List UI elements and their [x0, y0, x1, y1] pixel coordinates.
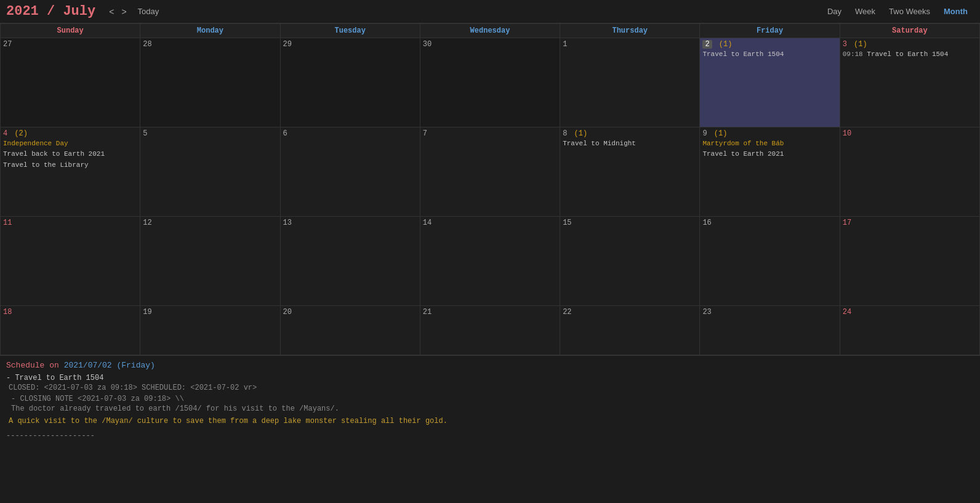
date-num-21: 21: [423, 308, 432, 316]
schedule-closing-note: - CLOSING NOTE <2021-07-03 za 09:18> \\: [11, 395, 974, 403]
header-title: 2021 / July: [6, 4, 95, 19]
header-month: July: [63, 4, 95, 19]
date-num-7: 7: [423, 129, 427, 138]
date-num-27: 27: [3, 40, 12, 49]
day-9[interactable]: 9 (1) Martyrdom of the Báb Travel to Ear…: [700, 127, 840, 217]
week-row-2: 4 (2) Independence Day Travel back to Ea…: [1, 127, 980, 217]
today-button[interactable]: Today: [133, 6, 164, 17]
date-num-9: 9: [702, 129, 707, 138]
date-num-23: 23: [702, 308, 711, 316]
schedule-panel: Schedule on 2021/07/02 (Friday) - Travel…: [0, 355, 980, 445]
header-friday: Friday: [700, 24, 840, 38]
day-14[interactable]: 14: [420, 217, 560, 306]
event-day4-2: Travel back to Earth 2021: [3, 150, 137, 159]
header-thursday: Thursday: [560, 24, 700, 38]
week-row-1: 27 28 29 30 1 2 (1) Travel to Earth 1504…: [1, 38, 980, 127]
view-day-button[interactable]: Day: [821, 5, 848, 18]
day-15[interactable]: 15: [560, 217, 700, 306]
view-options: Day Week Two Weeks Month: [821, 5, 974, 18]
date-num-2: 2: [702, 40, 712, 49]
day-27[interactable]: 27: [1, 38, 140, 127]
day-16[interactable]: 16: [700, 217, 840, 306]
view-week-button[interactable]: Week: [849, 5, 882, 18]
next-button[interactable]: >: [118, 6, 130, 18]
date-num-17: 17: [843, 219, 851, 227]
schedule-item-1: - Travel to Earth 1504 CLOSED: <2021-07-…: [6, 374, 974, 425]
header-year: 2021: [6, 4, 39, 19]
event-time-day3: 09:18: [843, 50, 867, 58]
event-day2-1: Travel to Earth 1504: [702, 50, 837, 59]
prev-button[interactable]: <: [105, 6, 118, 18]
date-count-9: (1): [714, 129, 728, 138]
date-num-11: 11: [3, 219, 12, 227]
header-slash: /: [39, 4, 63, 19]
schedule-divider: --------------------: [6, 432, 974, 440]
calendar-table: Sunday Monday Tuesday Wednesday Thursday…: [0, 23, 980, 355]
day-30[interactable]: 30: [420, 38, 560, 127]
date-num-19: 19: [143, 308, 151, 316]
day-21[interactable]: 21: [420, 306, 560, 355]
day-1[interactable]: 1: [560, 38, 700, 127]
date-num-18: 18: [3, 308, 12, 316]
day-22[interactable]: 22: [560, 306, 700, 355]
date-num-14: 14: [423, 219, 432, 227]
calendar-header: 2021 / July < > Today Day Week Two Weeks…: [0, 0, 980, 23]
date-num-10: 10: [843, 129, 851, 138]
view-two-weeks-button[interactable]: Two Weeks: [883, 5, 936, 18]
date-count-2: (1): [719, 40, 733, 49]
day-18[interactable]: 18: [1, 306, 140, 355]
date-num-13: 13: [283, 219, 292, 227]
view-month-button[interactable]: Month: [938, 5, 974, 18]
schedule-date: 2021/07/02 (Friday): [64, 361, 155, 370]
week-row-4: 18 19 20 21 22 23 24: [1, 306, 980, 355]
day-28[interactable]: 28: [140, 38, 280, 127]
schedule-closing-line: The doctor already traveled to earth /15…: [11, 404, 974, 413]
date-num-15: 15: [563, 219, 571, 227]
date-count-8: (1): [574, 129, 588, 138]
day-2[interactable]: 2 (1) Travel to Earth 1504: [700, 38, 840, 127]
day-20[interactable]: 20: [280, 306, 420, 355]
header-sunday: Sunday: [1, 24, 140, 38]
schedule-item-meta-1: CLOSED: <2021-07-03 za 09:18> SCHEDULED:…: [9, 384, 974, 392]
event-day8-1: Travel to Midnight: [563, 139, 697, 148]
header-wednesday: Wednesday: [420, 24, 560, 38]
date-num-1: 1: [563, 40, 567, 49]
date-num-28: 28: [143, 40, 151, 49]
date-num-4: 4: [3, 129, 7, 138]
day-3[interactable]: 3 (1) 09:18 Travel to Earth 1504: [840, 38, 979, 127]
schedule-item-title-1: - Travel to Earth 1504: [6, 374, 974, 382]
date-num-12: 12: [143, 219, 151, 227]
event-day4-1: Independence Day: [3, 139, 137, 148]
day-29[interactable]: 29: [280, 38, 420, 127]
day-7[interactable]: 7: [420, 127, 560, 217]
header-saturday: Saturday: [840, 24, 979, 38]
day-11[interactable]: 11: [1, 217, 140, 306]
day-12[interactable]: 12: [140, 217, 280, 306]
date-num-8: 8: [563, 129, 567, 138]
day-24[interactable]: 24: [840, 306, 979, 355]
day-8[interactable]: 8 (1) Travel to Midnight: [560, 127, 700, 217]
day-17[interactable]: 17: [840, 217, 979, 306]
day-19[interactable]: 19: [140, 306, 280, 355]
schedule-title: Schedule on 2021/07/02 (Friday): [6, 361, 974, 370]
day-4[interactable]: 4 (2) Independence Day Travel back to Ea…: [1, 127, 140, 217]
event-day9-1: Martyrdom of the Báb: [702, 139, 837, 148]
day-5[interactable]: 5: [140, 127, 280, 217]
date-num-5: 5: [143, 129, 147, 138]
schedule-note-1: A quick visit to the /Mayan/ culture to …: [9, 417, 974, 425]
day-10[interactable]: 10: [840, 127, 979, 217]
week-row-3: 11 12 13 14 15 16 17: [1, 217, 980, 306]
schedule-closing-block: - CLOSING NOTE <2021-07-03 za 09:18> \\ …: [6, 395, 974, 413]
date-num-16: 16: [702, 219, 711, 227]
event-day3-1: 09:18 Travel to Earth 1504: [843, 50, 977, 59]
date-count-4: (2): [14, 129, 28, 138]
date-num-20: 20: [283, 308, 292, 316]
date-count-3: (1): [854, 40, 867, 49]
date-num-3: 3: [843, 40, 847, 49]
event-day9-2: Travel to Earth 2021: [702, 150, 837, 159]
day-13[interactable]: 13: [280, 217, 420, 306]
day-23[interactable]: 23: [700, 306, 840, 355]
event-day4-3: Travel to the Library: [3, 161, 137, 170]
header-tuesday: Tuesday: [280, 24, 420, 38]
day-6[interactable]: 6: [280, 127, 420, 217]
